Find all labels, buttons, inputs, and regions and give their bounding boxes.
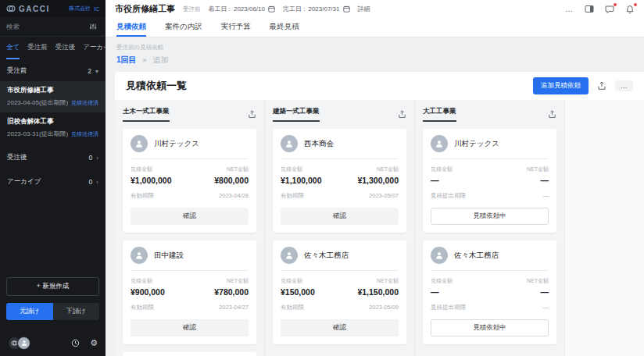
end-date-value[interactable]: 2023/07/31 bbox=[308, 5, 339, 12]
sidebar-tab-all[interactable]: 全て bbox=[6, 43, 20, 59]
column-title: 大工工事業 bbox=[423, 107, 456, 122]
contractor-mode-toggle: 元請け 下請け bbox=[6, 303, 99, 320]
detail-link[interactable]: 詳細 bbox=[358, 5, 370, 13]
amount-label: 見積金額 bbox=[431, 166, 453, 173]
clock-icon[interactable] bbox=[71, 339, 80, 347]
round-1-tab[interactable]: 1回目 bbox=[116, 55, 137, 66]
search-input[interactable] bbox=[6, 23, 87, 30]
column-export-icon[interactable] bbox=[398, 110, 406, 119]
project-item-city-hall[interactable]: 市役所修繕工事 2023-04-05(提出期限) 見積送信済 bbox=[0, 81, 106, 112]
project-item-old-school[interactable]: 旧校舎解体工事 2023-03-31(提出期限) 見積送信済 bbox=[0, 112, 106, 144]
confirm-button[interactable]: 確認 bbox=[131, 319, 249, 336]
chat-notification-dot bbox=[614, 3, 617, 6]
confirm-button[interactable]: 確認 bbox=[281, 208, 399, 225]
group-pre-order[interactable]: 受注前 2 ▾ bbox=[0, 59, 106, 81]
bell-icon[interactable] bbox=[625, 5, 635, 14]
vendor-card[interactable]: 佐々木工務店 見積金額 NET金額 — — 見積提出期限 bbox=[423, 240, 556, 344]
export-icon[interactable] bbox=[595, 79, 609, 93]
deadline-value: — bbox=[543, 192, 549, 200]
net-value: ¥800,000 bbox=[214, 176, 249, 185]
deadline-label: 有効期限 bbox=[281, 304, 304, 312]
group-label: 受注前 bbox=[7, 66, 27, 76]
panel-toggle-icon[interactable] bbox=[585, 5, 594, 13]
net-value: ¥1,300,000 bbox=[357, 176, 399, 185]
group-count: 2 bbox=[88, 67, 91, 75]
vendor-card[interactable]: 川村テックス 見積金額 NET金額 — — 見積提出期限 bbox=[423, 129, 556, 233]
project-status-badge: 見積送信済 bbox=[71, 99, 98, 107]
vendor-avatar-icon bbox=[131, 247, 148, 264]
deadline-label: 有効期限 bbox=[131, 192, 154, 200]
project-status: 受注前 bbox=[183, 5, 201, 13]
add-round-button[interactable]: 追加 bbox=[153, 55, 169, 66]
sidebar-tab-post-order[interactable]: 受注後 bbox=[55, 43, 76, 59]
deadline-label: 見積提出期限 bbox=[431, 304, 466, 312]
amount-value: ¥1,100,000 bbox=[281, 176, 322, 185]
sidebar-tab-pre-order[interactable]: 受注前 bbox=[27, 43, 48, 59]
round-bar: 受注前の見積依頼 1回目 » 追加 bbox=[106, 37, 644, 72]
gear-icon[interactable]: ⚙ bbox=[90, 338, 98, 348]
company-name[interactable]: 株式会社 bbox=[69, 5, 91, 12]
calendar-icon[interactable] bbox=[268, 5, 275, 12]
tab-final-quote[interactable]: 最終見積 bbox=[270, 18, 299, 37]
app-window: GACCI 株式会社 IC 全て 受注前 受注後 bbox=[0, 0, 644, 356]
start-date-group: 着工日 : 2023/06/10 bbox=[209, 5, 276, 13]
vendor-avatar-icon bbox=[281, 135, 298, 152]
tab-project-breakdown[interactable]: 案件の内訳 bbox=[165, 18, 202, 37]
vendor-card[interactable]: 川村テックス 見積金額 NET金額 ¥1,000,000 ¥800,000 bbox=[123, 129, 256, 233]
chat-icon[interactable] bbox=[605, 5, 614, 14]
quote-requested-button[interactable]: 見積依頼中 bbox=[431, 319, 549, 336]
mode-subcontractor[interactable]: 下請け bbox=[53, 303, 100, 320]
deadline-value: 2023-04/28 bbox=[219, 192, 249, 200]
tab-execution-budget[interactable]: 実行予算 bbox=[221, 18, 251, 37]
trade-columns: 土木一式工事業 bbox=[115, 100, 644, 356]
vendor-card[interactable]: 西本商会 bbox=[123, 352, 256, 356]
end-date-group: 完工日 : 2023/07/31 bbox=[283, 5, 350, 13]
quote-request-sheet: 見積依頼一覧 追加見積依頼 … 土木一式工事業 bbox=[115, 72, 644, 356]
project-tabs: 見積依頼 案件の内訳 実行予算 最終見積 bbox=[106, 18, 644, 37]
group-archive[interactable]: アーカイブ 0 › bbox=[0, 168, 106, 192]
confirm-button[interactable]: 確認 bbox=[131, 208, 249, 225]
mode-prime-contractor[interactable]: 元請け bbox=[6, 303, 53, 320]
tab-quote-requests[interactable]: 見積依頼 bbox=[116, 18, 146, 37]
vendor-card[interactable]: 西本商会 見積金額 NET金額 ¥1,100,000 ¥1,300,000 bbox=[273, 129, 406, 233]
header-more-icon[interactable]: … bbox=[565, 5, 574, 13]
sidebar-search bbox=[0, 17, 106, 37]
sidebar-tabs: 全て 受注前 受注後 アーカイブ bbox=[0, 37, 106, 59]
bell-notification-dot bbox=[634, 3, 637, 6]
add-quote-request-button[interactable]: 追加見積依頼 bbox=[533, 77, 589, 94]
sheet-more-icon[interactable]: … bbox=[615, 80, 633, 91]
page-title: 市役所修繕工事 bbox=[115, 3, 175, 15]
column-building-construction: 建築一式工事業 bbox=[265, 100, 415, 356]
sheet-header: 見積依頼一覧 追加見積依頼 … bbox=[115, 72, 644, 100]
vendor-card[interactable]: 田中建設 見積金額 NET金額 ¥900,000 ¥780,000 bbox=[123, 240, 256, 344]
project-title: 市役所修繕工事 bbox=[7, 86, 98, 95]
calendar-icon[interactable] bbox=[343, 5, 350, 12]
group-post-order[interactable]: 受注後 0 › bbox=[0, 144, 106, 168]
vendor-avatar-icon bbox=[281, 247, 298, 264]
company-code[interactable]: IC bbox=[94, 6, 99, 12]
vendor-name: 佐々木工務店 bbox=[304, 251, 349, 261]
net-label: NET金額 bbox=[377, 166, 399, 173]
deadline-value: 2023-05/09 bbox=[369, 304, 399, 312]
sidebar-logo-row: GACCI 株式会社 IC bbox=[0, 0, 106, 17]
new-project-button[interactable]: + 新規作成 bbox=[6, 277, 99, 296]
net-label: NET金額 bbox=[527, 166, 549, 173]
amount-value: ¥1,000,000 bbox=[131, 176, 172, 185]
amount-value: — bbox=[431, 176, 439, 185]
start-date-label: 着工日 : bbox=[209, 5, 231, 13]
chevron-down-icon: ▾ bbox=[95, 68, 98, 75]
amount-label: 見積金額 bbox=[281, 166, 302, 173]
net-value: ¥780,000 bbox=[214, 287, 249, 297]
group-label: 受注後 bbox=[7, 153, 27, 162]
confirm-button[interactable]: 確認 bbox=[281, 319, 399, 336]
app-logo: GACCI bbox=[19, 5, 50, 13]
quote-requested-button[interactable]: 見積依頼中 bbox=[431, 208, 549, 225]
column-export-icon[interactable] bbox=[248, 110, 256, 119]
filter-icon[interactable] bbox=[87, 20, 99, 33]
start-date-value[interactable]: 2023/06/10 bbox=[234, 5, 265, 12]
main-area: 市役所修繕工事 受注前 着工日 : 2023/06/10 完工日 : 2023/… bbox=[106, 0, 644, 356]
project-deadline: 2023-03-31(提出期限) bbox=[7, 130, 68, 138]
vendor-card[interactable]: 佐々木工務店 見積金額 NET金額 ¥150,000 ¥1,150,000 bbox=[273, 240, 406, 344]
user-avatar[interactable] bbox=[17, 336, 30, 350]
column-export-icon[interactable] bbox=[548, 110, 556, 119]
